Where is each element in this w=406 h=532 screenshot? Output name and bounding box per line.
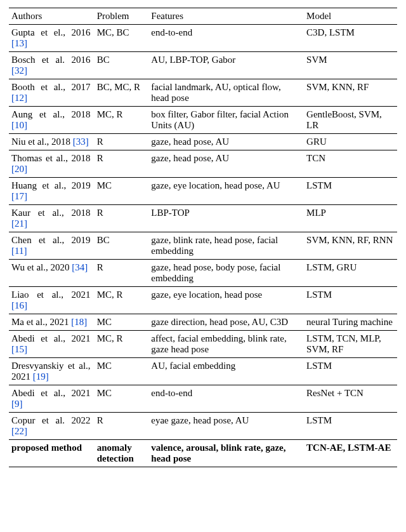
cell-authors: Abedi et al., 2021 [15] xyxy=(9,331,95,358)
cell-features: gaze, eye location, head pose xyxy=(148,287,304,314)
cell-features: LBP-TOP xyxy=(148,205,304,232)
cell-problem: MC, R xyxy=(95,107,149,134)
cell-problem: BC xyxy=(95,52,149,79)
table-row: Liao et al., 2021 [16]MC, Rgaze, eye loc… xyxy=(9,287,397,314)
table-header-row: Authors Problem Features Model xyxy=(9,8,397,25)
table-row: Bosch et al. 2016 [32]BCAU, LBP-TOP, Gab… xyxy=(9,52,397,79)
cell-features: affect, facial embedding, blink rate, ga… xyxy=(148,331,304,358)
cell-features: facial landmark, AU, optical flow, head … xyxy=(148,79,304,107)
table-row: Gupta et el., 2016 [13]MC, BCend-to-endC… xyxy=(9,25,397,52)
cell-features: gaze direction, head pose, AU, C3D xyxy=(148,314,304,331)
author-text: Chen et al., 2019 xyxy=(11,235,91,245)
citation-link[interactable]: [32] xyxy=(11,65,27,76)
citation-link[interactable]: [12] xyxy=(11,93,27,103)
header-problem: Problem xyxy=(95,8,149,25)
citation-link[interactable]: [33] xyxy=(73,136,89,147)
cell-authors: Dresvyanskiy et al., 2021 [19] xyxy=(9,358,95,385)
table-row: Chen et al., 2019 [11]BCgaze, blink rate… xyxy=(9,232,397,260)
cell-authors: Thomas et al., 2018 [20] xyxy=(9,150,95,178)
author-text: Abedi et al., 2021 xyxy=(11,333,91,343)
cell-problem: R xyxy=(95,205,149,232)
cell-model: SVM xyxy=(304,52,397,79)
author-text: Thomas et al., 2018 xyxy=(11,153,91,163)
citation-link[interactable]: [18] xyxy=(71,317,87,327)
cell-features: gaze, head pose, AU xyxy=(148,150,304,178)
citation-link[interactable]: [19] xyxy=(33,371,49,382)
table-row: Aung et al., 2018 [10]MC, Rbox filter, G… xyxy=(9,107,397,134)
citation-link[interactable]: [16] xyxy=(11,300,27,310)
header-features: Features xyxy=(148,8,304,25)
cell-model: SVM, KNN, RF, RNN xyxy=(304,232,397,260)
cell-model: GRU xyxy=(304,134,397,150)
cell-problem: R xyxy=(95,150,149,178)
cell-features: end-to-end xyxy=(148,385,304,413)
author-text: Gupta et el., 2016 xyxy=(11,27,91,37)
cell-features: eyae gaze, head pose, AU xyxy=(148,413,304,440)
cell-model: LSTM xyxy=(304,358,397,385)
author-text: Dresvyanskiy et al., 2021 xyxy=(11,361,91,382)
cell-model: GentleBoost, SVM, LR xyxy=(304,107,397,134)
header-authors: Authors xyxy=(9,8,95,25)
cell-authors: Ma et al., 2021 [18] xyxy=(9,314,95,331)
citation-link[interactable]: [17] xyxy=(11,191,27,201)
citation-link[interactable]: [11] xyxy=(11,246,27,256)
cell-model: TCN-AE, LSTM-AE xyxy=(304,440,397,467)
cell-authors: proposed method xyxy=(9,440,95,467)
cell-model: LSTM, TCN, MLP, SVM, RF xyxy=(304,331,397,358)
citation-link[interactable]: [10] xyxy=(11,120,27,130)
cell-features: AU, LBP-TOP, Gabor xyxy=(148,52,304,79)
table-row: Booth et al., 2017 [12]BC, MC, Rfacial l… xyxy=(9,79,397,107)
author-text: Bosch et al. 2016 xyxy=(11,55,91,65)
cell-features: gaze, eye location, head pose, AU xyxy=(148,178,304,205)
author-text: Aung et al., 2018 xyxy=(11,109,91,119)
cell-problem: R xyxy=(95,413,149,440)
cell-authors: Abedi et al., 2021 [9] xyxy=(9,385,95,413)
author-text: Wu et al., 2020 xyxy=(11,262,69,272)
cell-features: gaze, blink rate, head pose, facial embe… xyxy=(148,232,304,260)
cell-problem: BC xyxy=(95,232,149,260)
author-text: Ma et al., 2021 xyxy=(11,317,69,327)
cell-authors: Niu et al., 2018 [33] xyxy=(9,134,95,150)
cell-authors: Liao et al., 2021 [16] xyxy=(9,287,95,314)
cell-authors: Booth et al., 2017 [12] xyxy=(9,79,95,107)
cell-model: LSTM, GRU xyxy=(304,260,397,287)
cell-authors: Huang et al., 2019 [17] xyxy=(9,178,95,205)
citation-link[interactable]: [22] xyxy=(11,426,27,436)
author-text: Liao et al., 2021 xyxy=(11,289,91,300)
table-row: Abedi et al., 2021 [15]MC, Raffect, faci… xyxy=(9,331,397,358)
table-row: Abedi et al., 2021 [9]MCend-to-endResNet… xyxy=(9,385,397,413)
table-row: Thomas et al., 2018 [20]Rgaze, head pose… xyxy=(9,150,397,178)
cell-problem: R xyxy=(95,260,149,287)
author-text: Booth et al., 2017 xyxy=(11,82,91,92)
citation-link[interactable]: [13] xyxy=(11,38,27,48)
cell-features: end-to-end xyxy=(148,25,304,52)
author-text: Abedi et al., 2021 xyxy=(11,388,91,398)
cell-model: C3D, LSTM xyxy=(304,25,397,52)
cell-authors: Wu et al., 2020 [34] xyxy=(9,260,95,287)
cell-authors: Copur et al. 2022 [22] xyxy=(9,413,95,440)
cell-authors: Gupta et el., 2016 [13] xyxy=(9,25,95,52)
cell-model: neural Turing machine xyxy=(304,314,397,331)
table-row: Wu et al., 2020 [34]Rgaze, head pose, bo… xyxy=(9,260,397,287)
cell-problem: MC xyxy=(95,358,149,385)
cell-features: gaze, head pose, AU xyxy=(148,134,304,150)
citation-link[interactable]: [20] xyxy=(11,164,27,174)
citation-link[interactable]: [34] xyxy=(72,262,88,272)
cell-problem: BC, MC, R xyxy=(95,79,149,107)
table-row: Dresvyanskiy et al., 2021 [19]MCAU, faci… xyxy=(9,358,397,385)
cell-authors: Kaur et al., 2018 [21] xyxy=(9,205,95,232)
cell-features: gaze, head pose, body pose, facial embed… xyxy=(148,260,304,287)
cell-features: valence, arousal, blink rate, gaze, head… xyxy=(148,440,304,467)
citation-link[interactable]: [21] xyxy=(11,218,27,229)
table-row: proposed methodanomaly detectionvalence,… xyxy=(9,440,397,467)
cell-authors: Aung et al., 2018 [10] xyxy=(9,107,95,134)
cell-problem: MC xyxy=(95,314,149,331)
citation-link[interactable]: [9] xyxy=(11,399,23,409)
cell-model: LSTM xyxy=(304,413,397,440)
author-text: Huang et al., 2019 xyxy=(11,180,91,190)
cell-problem: R xyxy=(95,134,149,150)
table-row: Kaur et al., 2018 [21]RLBP-TOPMLP xyxy=(9,205,397,232)
table-row: Huang et al., 2019 [17]MCgaze, eye locat… xyxy=(9,178,397,205)
citation-link[interactable]: [15] xyxy=(11,344,27,354)
author-text: Copur et al. 2022 xyxy=(11,415,91,425)
